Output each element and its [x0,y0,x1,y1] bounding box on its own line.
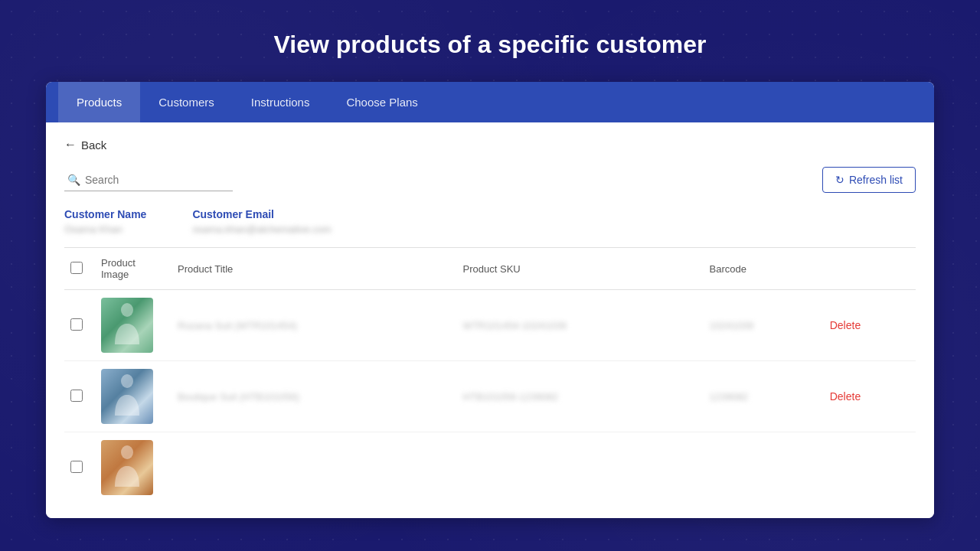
svg-point-2 [121,445,133,459]
col-checkbox [64,248,95,290]
nav-item-customers[interactable]: Customers [140,82,233,122]
customer-email-label: Customer Email [192,208,332,220]
nav-bar: Products Customers Instructions Choose P… [46,82,934,122]
select-all-checkbox[interactable] [70,262,83,274]
delete-cell: Delete [824,361,916,432]
product-image-cell [95,290,172,361]
back-arrow-icon: ← [64,138,77,152]
customer-email-value: osama.khan@alchemative.com [192,223,332,235]
product-image-cell [95,432,172,504]
col-product-title: Product Title [172,248,457,290]
table-header-row: Product Image Product Title Product SKU … [64,248,916,290]
table-row [64,432,916,504]
refresh-button[interactable]: ↻ Refresh list [822,167,916,193]
content-area: ← Back 🔍 ↻ Refresh list Customer Name Os… [46,122,934,518]
svg-point-0 [121,303,133,317]
product-title-cell: Rozana Suit (WTR101454) [172,290,457,361]
product-sku-cell: WTR101454-10241039 [457,290,704,361]
product-title-cell [172,432,457,504]
products-table: Product Image Product Title Product SKU … [64,247,916,503]
product-image [101,369,153,424]
col-product-image: Product Image [95,248,172,290]
barcode-cell: 1239082 [703,361,823,432]
svg-point-1 [121,374,133,388]
col-barcode: Barcode [703,248,823,290]
row-checkbox-cell [64,361,95,432]
product-title-cell: Boutique Suit (HTB101056) [172,361,457,432]
col-actions [824,248,916,290]
product-sku-cell [457,432,704,504]
row-checkbox-1[interactable] [70,390,83,402]
table-row: Rozana Suit (WTR101454)WTR101454-1024103… [64,290,916,361]
search-wrapper: 🔍 [64,169,233,191]
search-refresh-row: 🔍 ↻ Refresh list [64,167,916,193]
back-button-label: Back [81,139,106,152]
customer-name-field: Customer Name Osama Khan [64,208,146,235]
refresh-button-label: Refresh list [849,174,903,186]
row-checkbox-cell [64,432,95,504]
page-title: View products of a specific customer [274,31,707,59]
nav-item-products[interactable]: Products [58,82,140,122]
refresh-icon: ↻ [835,174,844,186]
customer-email-field: Customer Email osama.khan@alchemative.co… [192,208,332,235]
row-checkbox-2[interactable] [70,461,83,473]
customer-name-value: Osama Khan [64,223,146,235]
product-sku-cell: HTB101056-1239082 [457,361,704,432]
delete-button-0[interactable]: Delete [830,319,861,331]
row-checkbox-0[interactable] [70,318,83,331]
product-image [101,440,153,495]
nav-item-instructions[interactable]: Instructions [233,82,328,122]
barcode-cell: 10241039 [703,290,823,361]
delete-cell [824,432,916,504]
product-image-cell [95,361,172,432]
barcode-cell [703,432,823,504]
search-icon: 🔍 [67,174,80,186]
product-image [101,298,153,353]
customer-info: Customer Name Osama Khan Customer Email … [64,208,916,235]
col-product-sku: Product SKU [457,248,704,290]
nav-item-choose-plans[interactable]: Choose Plans [328,82,436,122]
row-checkbox-cell [64,290,95,361]
customer-name-label: Customer Name [64,208,146,220]
delete-cell: Delete [824,290,916,361]
search-input[interactable] [85,174,230,186]
main-card: Products Customers Instructions Choose P… [46,82,934,518]
delete-button-1[interactable]: Delete [830,390,861,403]
back-button[interactable]: ← Back [64,138,106,152]
table-row: Boutique Suit (HTB101056)HTB101056-12390… [64,361,916,432]
